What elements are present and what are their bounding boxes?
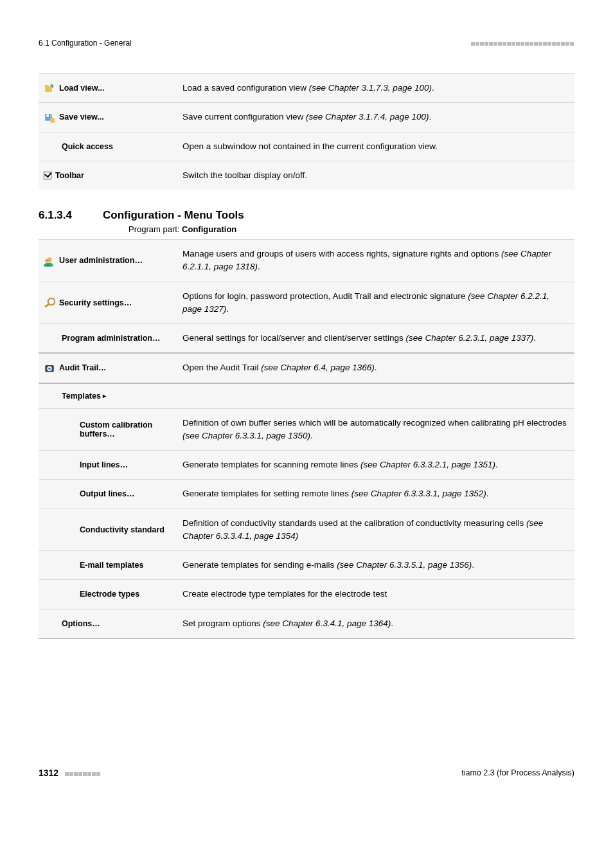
menu-desc: Definition of conductivity standards use… bbox=[177, 509, 574, 551]
checkbox-icon bbox=[44, 172, 51, 179]
menu-label: Program administration… bbox=[62, 334, 161, 343]
menu-desc: Set program options (see Chapter 6.3.4.1… bbox=[177, 609, 574, 638]
header-decoration bbox=[471, 39, 574, 48]
audit-trail-icon bbox=[44, 362, 55, 374]
menu-label: User administration… bbox=[59, 256, 143, 265]
svg-rect-6 bbox=[51, 117, 53, 118]
table-row: Toolbar Switch the toolbar display on/of… bbox=[39, 161, 574, 190]
program-part-line: Program part: Configuration bbox=[39, 224, 574, 234]
table-row: Output lines… Generate templates for set… bbox=[39, 480, 574, 509]
menu-label: Save view... bbox=[59, 113, 104, 122]
svg-rect-0 bbox=[45, 87, 52, 93]
menu-desc: Options for login, password protection, … bbox=[177, 282, 574, 324]
menu-label: Audit Trail… bbox=[59, 363, 107, 372]
save-view-icon bbox=[44, 111, 55, 123]
table-row: Quick access Open a subwindow not contai… bbox=[39, 132, 574, 161]
submenu-arrow-icon: ▸ bbox=[103, 393, 106, 399]
table-row: Conductivity standard Definition of cond… bbox=[39, 509, 574, 551]
footer-decoration bbox=[65, 769, 101, 778]
table-row: Security settings… Options for login, pa… bbox=[39, 282, 574, 324]
tools-menu-table: User administration… Manage users and gr… bbox=[39, 239, 574, 639]
svg-rect-5 bbox=[51, 118, 55, 123]
svg-point-8 bbox=[45, 258, 49, 262]
table-row: Options… Set program options (see Chapte… bbox=[39, 609, 574, 638]
menu-desc: Switch the toolbar display on/off. bbox=[177, 161, 574, 190]
section-heading: 6.1.3.4Configuration - Menu Tools bbox=[39, 209, 574, 222]
menu-desc: Generate templates for scanning remote l… bbox=[177, 451, 574, 480]
menu-label: Toolbar bbox=[55, 171, 84, 180]
table-row: Audit Trail… Open the Audit Trail (see C… bbox=[39, 353, 574, 383]
view-menu-table: Load view... Load a saved configuration … bbox=[39, 73, 574, 190]
table-row: Save view... Save current configuration … bbox=[39, 103, 574, 132]
menu-label: Electrode types bbox=[80, 590, 139, 599]
menu-desc: Create electrode type templates for the … bbox=[177, 580, 574, 609]
table-row: Custom calibration buffers… Definition o… bbox=[39, 408, 574, 451]
footer-right: tiamo 2.3 (for Process Analysis) bbox=[461, 768, 574, 777]
menu-label: Custom calibration buffers… bbox=[80, 420, 172, 439]
table-row: Electrode types Create electrode type te… bbox=[39, 580, 574, 609]
menu-label: Output lines… bbox=[80, 489, 134, 498]
load-view-icon bbox=[44, 82, 55, 94]
security-icon bbox=[44, 297, 55, 309]
svg-rect-4 bbox=[49, 114, 50, 117]
svg-point-13 bbox=[48, 367, 51, 370]
user-admin-icon bbox=[44, 255, 55, 266]
menu-desc: General settings for local/server and cl… bbox=[177, 324, 574, 354]
menu-label: Load view... bbox=[59, 84, 104, 93]
table-row: Input lines… Generate templates for scan… bbox=[39, 451, 574, 480]
menu-label: E-mail templates bbox=[80, 561, 143, 570]
menu-label: Input lines… bbox=[80, 460, 128, 469]
menu-desc: Open the Audit Trail (see Chapter 6.4, p… bbox=[177, 353, 574, 383]
menu-desc: Definition of own buffer series which wi… bbox=[177, 408, 574, 451]
svg-rect-1 bbox=[45, 85, 49, 87]
table-row: Program administration… General settings… bbox=[39, 324, 574, 354]
table-row: Templates ▸ bbox=[39, 383, 574, 409]
menu-label: Quick access bbox=[62, 142, 113, 151]
menu-desc: Generate templates for setting remote li… bbox=[177, 480, 574, 509]
table-row: Load view... Load a saved configuration … bbox=[39, 74, 574, 103]
header-left: 6.1 Configuration - General bbox=[39, 39, 132, 48]
menu-desc bbox=[177, 383, 574, 409]
menu-label: Conductivity standard bbox=[80, 525, 164, 534]
menu-label: Templates ▸ bbox=[62, 392, 106, 401]
menu-desc: Save current configuration view (see Cha… bbox=[177, 103, 574, 132]
svg-point-9 bbox=[48, 298, 55, 305]
menu-label: Options… bbox=[62, 619, 100, 628]
menu-desc: Load a saved configuration view (see Cha… bbox=[177, 74, 574, 103]
menu-desc: Manage users and groups of users with ac… bbox=[177, 240, 574, 282]
page-number: 1312 bbox=[39, 768, 58, 778]
menu-desc: Open a subwindow not contained in the cu… bbox=[177, 132, 574, 161]
svg-rect-10 bbox=[44, 303, 49, 308]
table-row: E-mail templates Generate templates for … bbox=[39, 551, 574, 580]
menu-desc: Generate templates for sending e-mails (… bbox=[177, 551, 574, 580]
page-footer: 1312 tiamo 2.3 (for Process Analysis) bbox=[39, 768, 574, 778]
table-row: User administration… Manage users and gr… bbox=[39, 240, 574, 282]
page-header: 6.1 Configuration - General bbox=[39, 39, 574, 48]
menu-label: Security settings… bbox=[59, 298, 132, 307]
